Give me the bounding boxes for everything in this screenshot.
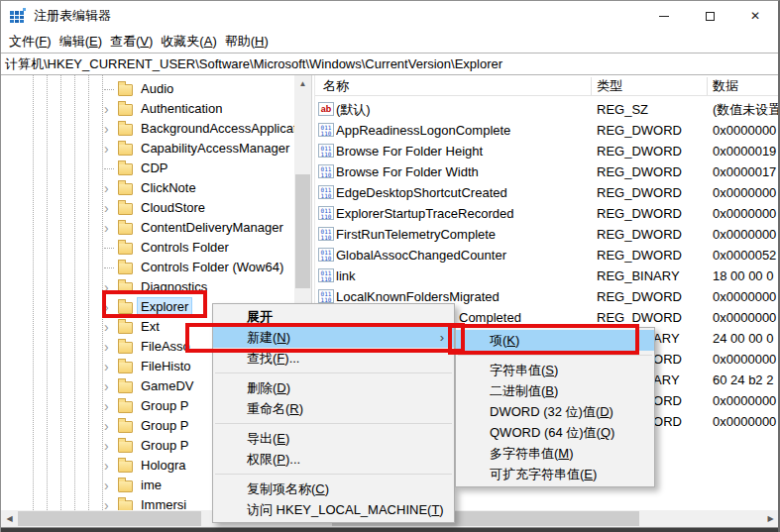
chevron-right-icon[interactable]: › — [104, 139, 118, 159]
folder-icon — [118, 203, 133, 215]
context-menu-item-P[interactable]: 权限(P)... — [213, 449, 454, 470]
value-type: REG_DWORD — [597, 161, 682, 182]
value-data: 0x0000000 — [713, 182, 779, 203]
minimize-button[interactable] — [641, 1, 687, 31]
table-row[interactable]: EdgeDesktopShortcutCreatedREG_DWORD0x000… — [315, 182, 779, 203]
context-menu-item-HKEY_LOCAL_MACHINET[interactable]: 访问 HKEY_LOCAL_MACHINE(T) — [213, 499, 454, 520]
maximize-button[interactable] — [687, 1, 732, 31]
folder-icon — [118, 144, 133, 156]
context-menu-item-D[interactable]: 删除(D) — [213, 377, 454, 398]
context-menu-item-F[interactable]: 查找(F)... — [213, 348, 454, 369]
close-button[interactable] — [732, 1, 778, 31]
tree-item-CDP[interactable]: CDP — [1, 159, 294, 178]
value-name: Browse For Folder Height — [336, 141, 590, 161]
value-data: 0x0000017 — [713, 161, 779, 182]
list-header: 名称 类型 数据 — [315, 75, 779, 96]
address-bar[interactable]: 计算机\HKEY_CURRENT_USER\Software\Microsoft… — [1, 53, 778, 75]
menubar-item-H[interactable]: 帮助(H) — [225, 31, 269, 53]
tree-item-CapabilityAccessManager[interactable]: ›CapabilityAccessManager — [1, 139, 294, 159]
chevron-right-icon[interactable]: › — [104, 357, 118, 376]
tree-branch-stub — [104, 89, 114, 90]
column-divider[interactable] — [591, 77, 592, 95]
tree-item-ContentDeliveryManager[interactable]: ›ContentDeliveryManager — [1, 218, 294, 238]
submenu-item-DWORD32D[interactable]: DWORD (32 位)值(D) — [456, 401, 654, 422]
table-row[interactable]: Browse For Folder WidthREG_DWORD0x000001… — [315, 161, 779, 182]
menubar-item-A[interactable]: 收藏夹(A) — [161, 31, 216, 53]
table-row[interactable]: ab(默认)REG_SZ(数值未设置) — [315, 99, 779, 120]
tree-item-label: GameDV — [138, 377, 196, 394]
value-name: (默认) — [336, 99, 590, 120]
tree-item-label: Controls Folder (Wow64) — [138, 259, 286, 275]
submenu-item-M[interactable]: 多字符串值(M) — [456, 443, 654, 464]
registry-editor-window: 注册表编辑器 文件(F)编辑(E)查看(V)收藏夹(A)帮助(H) 计算机\HK… — [0, 0, 780, 532]
table-row[interactable]: linkREG_BINARY18 00 00 0 — [315, 266, 779, 286]
scroll-left-icon[interactable]: ◀ — [1, 510, 18, 527]
menubar-item-F[interactable]: 文件(F) — [9, 31, 52, 53]
tree-item-label: ClickNote — [138, 179, 199, 196]
binary-value-icon — [318, 123, 334, 137]
tree-scrollbar-thumb[interactable] — [295, 174, 310, 288]
value-type: REG_DWORD — [597, 224, 682, 245]
chevron-right-icon[interactable]: › — [104, 376, 118, 396]
chevron-right-icon[interactable]: › — [104, 436, 118, 456]
tree-item-Controls Folder[interactable]: Controls Folder — [1, 238, 294, 258]
submenu-item-S[interactable]: 字符串值(S) — [456, 360, 654, 380]
context-menu-item-[interactable]: 展开 — [213, 306, 454, 327]
value-data: 0x0000052 — [713, 245, 779, 266]
chevron-right-icon[interactable]: › — [104, 277, 118, 297]
chevron-right-icon[interactable]: › — [104, 337, 118, 357]
column-header-name[interactable]: 名称 — [323, 75, 349, 96]
chevron-right-icon[interactable]: › — [104, 416, 118, 436]
context-menu-item-N[interactable]: 新建(N) — [213, 327, 454, 348]
value-data: 0x0000000 — [713, 307, 779, 328]
submenu-item-E[interactable]: 可扩充字符串值(E) — [456, 464, 654, 484]
registry-editor-app-icon — [10, 8, 27, 24]
tree-item-ClickNote[interactable]: ›ClickNote — [1, 178, 294, 198]
column-header-data[interactable]: 数据 — [713, 75, 738, 96]
submenu-item-B[interactable]: 二进制值(B) — [456, 380, 654, 401]
tree-item-BackgroundAccessApplicat[interactable]: ›BackgroundAccessApplicat — [1, 119, 294, 139]
tree-item-CloudStore[interactable]: ›CloudStore — [1, 198, 294, 218]
value-name: ExplorerStartupTraceRecorded — [336, 203, 590, 224]
chevron-right-icon[interactable]: › — [104, 297, 118, 317]
scroll-up-icon[interactable]: ▲ — [294, 75, 311, 92]
chevron-right-icon[interactable]: › — [104, 198, 118, 218]
value-data: 18 00 00 0 — [713, 266, 779, 286]
context-menu-item-R[interactable]: 重命名(R) — [213, 398, 454, 419]
context-menu-item-E[interactable]: 导出(E) — [213, 428, 454, 449]
folder-icon — [118, 243, 133, 255]
value-type: REG_DWORD — [597, 120, 682, 141]
chevron-right-icon[interactable]: › — [104, 178, 118, 198]
menubar-item-V[interactable]: 查看(V) — [110, 31, 153, 53]
tree-item-Audio[interactable]: Audio — [1, 79, 294, 99]
scroll-right-icon[interactable]: ▶ — [762, 510, 779, 527]
table-row[interactable]: AppReadinessLogonCompleteREG_DWORD0x0000… — [315, 120, 779, 141]
submenu-item-K[interactable]: 项(K) — [456, 330, 654, 351]
table-row[interactable]: ExplorerStartupTraceRecordedREG_DWORD0x0… — [315, 203, 779, 224]
context-menu-item-C[interactable]: 复制项名称(C) — [213, 479, 454, 499]
submenu-item-QWORD64Q[interactable]: QWORD (64 位)值(Q) — [456, 422, 654, 443]
chevron-right-icon[interactable]: › — [104, 218, 118, 238]
column-divider[interactable] — [707, 77, 708, 95]
tree-item-Authentication[interactable]: ›Authentication — [1, 99, 294, 119]
chevron-right-icon[interactable]: › — [104, 476, 118, 495]
table-row[interactable]: FirstRunTelemetryCompleteREG_DWORD0x0000… — [315, 224, 779, 245]
chevron-right-icon[interactable]: › — [104, 495, 118, 510]
chevron-right-icon[interactable]: › — [104, 456, 118, 476]
menubar-item-E[interactable]: 编辑(E) — [59, 31, 102, 53]
table-row[interactable]: Browse For Folder HeightREG_DWORD0x00000… — [315, 141, 779, 161]
tree-item-label: Explorer — [138, 298, 191, 315]
table-row[interactable]: GlobalAssocChangedCounterREG_DWORD0x0000… — [315, 245, 779, 266]
tree-item-label: ime — [138, 477, 165, 493]
tree-item-label: Authentication — [138, 100, 225, 117]
chevron-right-icon[interactable]: › — [104, 317, 118, 337]
chevron-right-icon[interactable]: › — [104, 119, 118, 139]
column-header-type[interactable]: 类型 — [597, 75, 622, 96]
tree-item-Controls Folder (Wow64)[interactable]: Controls Folder (Wow64) — [1, 258, 294, 277]
tree-item-label: Hologra — [138, 457, 189, 474]
chevron-right-icon[interactable]: › — [104, 396, 118, 416]
folder-icon — [118, 480, 133, 492]
tree-item-Diagnostics[interactable]: ›Diagnostics — [1, 277, 294, 297]
chevron-right-icon[interactable]: › — [104, 99, 118, 119]
tree-hscrollbar-thumb[interactable] — [18, 511, 201, 526]
